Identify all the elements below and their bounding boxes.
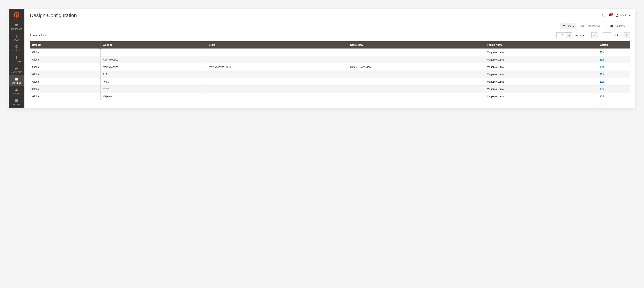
cell-action: Edit xyxy=(598,93,630,100)
cell-website: rivera xyxy=(100,78,207,85)
cell-default: Global xyxy=(30,71,100,78)
columns-button[interactable]: Columns xyxy=(608,23,630,29)
col-header-action: Action xyxy=(598,41,630,49)
cell-store-view: Default Store View xyxy=(348,63,485,71)
cell-theme-name: Magento Luma xyxy=(484,78,598,85)
page-size-selector[interactable] xyxy=(556,32,572,38)
table-row: GlobalriveraMagento LumaEdit xyxy=(30,78,630,85)
sidebar-item-reports[interactable]: REPORTS xyxy=(8,86,24,97)
cell-store xyxy=(207,78,348,85)
cell-website xyxy=(100,49,207,56)
dollar-icon: $ xyxy=(14,34,18,38)
megaphone-icon xyxy=(14,66,18,70)
col-header-theme-name[interactable]: Theme Name xyxy=(484,41,598,49)
header-actions: 1 admin xyxy=(600,13,630,17)
edit-link[interactable]: Edit xyxy=(600,65,604,68)
edit-link[interactable]: Edit xyxy=(600,51,604,54)
cell-website: 117 xyxy=(100,71,207,78)
cell-website: Main Website xyxy=(100,63,207,71)
svg-line-2 xyxy=(603,16,604,17)
cell-theme-name: Magento Luma xyxy=(484,93,598,100)
cell-store-view xyxy=(348,56,485,63)
sidebar-item-label: STORES xyxy=(13,104,20,106)
edit-link[interactable]: Edit xyxy=(600,73,604,76)
next-page-button[interactable] xyxy=(624,32,630,38)
edit-link[interactable]: Edit xyxy=(600,88,604,90)
eye-icon xyxy=(581,24,584,28)
page-size-input[interactable] xyxy=(556,32,566,38)
cell-theme-name: Magento Luma xyxy=(484,56,598,63)
notification-badge: 1 xyxy=(610,12,613,16)
cell-default: Global xyxy=(30,93,100,100)
edit-link[interactable]: Edit xyxy=(600,80,604,83)
account-menu[interactable]: admin xyxy=(616,14,630,17)
cell-action: Edit xyxy=(598,63,630,71)
chevron-right-icon xyxy=(626,34,628,36)
sidebar-item-label: MARKETING xyxy=(11,71,22,73)
svg-text:$: $ xyxy=(16,34,18,38)
sidebar-item-label: SALES xyxy=(14,39,20,41)
cell-store xyxy=(207,71,348,78)
cell-website: rivera xyxy=(100,85,207,93)
cell-default: Global xyxy=(30,78,100,85)
cell-store xyxy=(207,85,348,93)
cell-store-view xyxy=(348,78,485,85)
sidebar-item-stores[interactable]: STORES xyxy=(8,97,24,107)
table-row: Global117Magento LumaEdit xyxy=(30,71,630,78)
store-icon xyxy=(14,99,18,103)
filters-button[interactable]: Filters xyxy=(560,23,576,29)
sidebar-item-label: CONTENT xyxy=(12,82,21,84)
sidebar-item-dashboard[interactable]: DASHBOARD xyxy=(8,21,24,32)
prev-page-button[interactable] xyxy=(591,32,598,38)
edit-link[interactable]: Edit xyxy=(600,95,604,98)
sidebar-item-content[interactable]: CONTENT xyxy=(8,75,24,86)
main-area: Design Configuration 1 admin xyxy=(24,9,636,108)
sidebar-item-sales[interactable]: $ SALES xyxy=(8,32,24,43)
table-row: GlobalMajentoMagento LumaEdit xyxy=(30,93,630,100)
col-header-website[interactable]: Website xyxy=(100,41,207,49)
username: admin xyxy=(620,14,627,17)
filters-label: Filters xyxy=(567,24,574,27)
cell-store-view xyxy=(348,93,485,100)
user-icon xyxy=(616,14,619,17)
cell-website: Majento xyxy=(100,93,207,100)
toolbar-divider xyxy=(606,24,606,28)
sidebar-item-marketing[interactable]: MARKETING xyxy=(8,64,24,75)
col-header-store[interactable]: Store xyxy=(207,41,348,49)
grid-toolbar: Filters Default View Columns xyxy=(30,23,630,32)
default-view-button[interactable]: Default View xyxy=(578,23,605,29)
sidebar-item-catalog[interactable]: CATALOG xyxy=(8,43,24,53)
chevron-left-icon xyxy=(594,34,595,36)
page-of-label: of 1 xyxy=(614,34,618,37)
magento-logo[interactable] xyxy=(8,9,24,21)
chevron-down-icon xyxy=(568,35,570,36)
cell-theme-name: Magento Luma xyxy=(484,49,598,56)
cell-default: Global xyxy=(30,63,100,71)
cell-action: Edit xyxy=(598,85,630,93)
chevron-down-icon xyxy=(628,15,630,16)
cell-store xyxy=(207,93,348,100)
gear-icon xyxy=(610,24,613,28)
search-button[interactable] xyxy=(600,13,604,17)
pager-group: per page of 1 xyxy=(556,32,630,38)
person-icon xyxy=(14,56,18,60)
cell-action: Edit xyxy=(598,49,630,56)
cell-theme-name: Magento Luma xyxy=(484,63,598,71)
sidebar-item-customers[interactable]: CUSTOMERS xyxy=(8,53,24,64)
magento-logo-icon xyxy=(14,12,19,18)
sidebar-item-label: CATALOG xyxy=(12,50,21,52)
records-found: 7 records found xyxy=(30,34,47,37)
notifications-button[interactable]: 1 xyxy=(608,14,612,17)
col-header-store-view[interactable]: Store View xyxy=(348,41,485,49)
cell-store: Main Website Store xyxy=(207,63,348,71)
page-header: Design Configuration 1 admin xyxy=(24,9,636,23)
admin-frame: DASHBOARD $ SALES CATALOG CUSTOMERS MARK… xyxy=(8,9,636,108)
edit-link[interactable]: Edit xyxy=(600,58,604,61)
chevron-down-icon xyxy=(626,26,628,26)
design-config-grid: Default Website Store Store View Theme N… xyxy=(24,41,636,105)
per-page-label: per page xyxy=(574,34,584,37)
col-header-default[interactable]: Default xyxy=(30,41,100,49)
page-number-input[interactable] xyxy=(603,32,611,38)
page-size-caret[interactable] xyxy=(566,32,572,38)
table-row: GlobalMagento LumaEdit xyxy=(30,49,630,56)
